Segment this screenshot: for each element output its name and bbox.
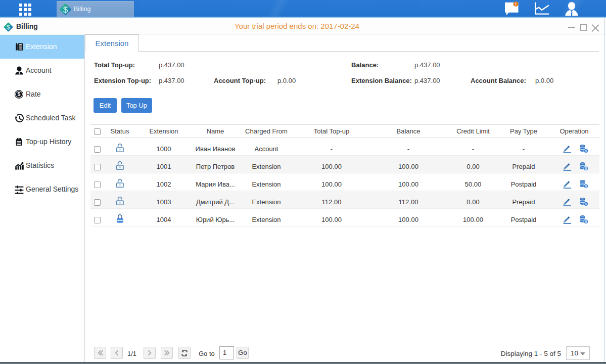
svg-text:!: !: [515, 2, 517, 7]
svg-text:$: $: [585, 219, 587, 224]
svg-text:$: $: [585, 166, 587, 171]
svg-text:$: $: [18, 91, 21, 97]
svg-text:$: $: [585, 184, 587, 189]
svg-text:$: $: [585, 149, 587, 153]
svg-text:$: $: [585, 202, 587, 206]
svg-text:$: $: [63, 5, 68, 14]
